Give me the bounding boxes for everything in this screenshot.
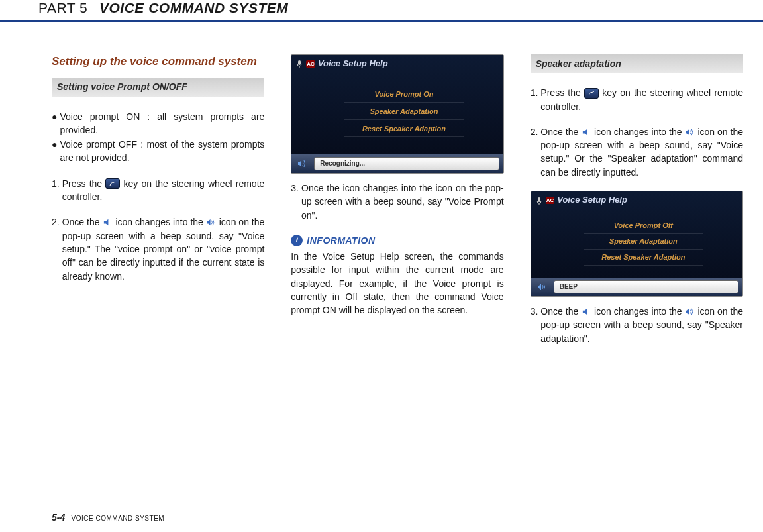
step-number: 3. (291, 182, 299, 222)
bullet-list: ● Voice prompt ON : all system prompts a… (52, 110, 264, 165)
step-3: 3. Once the icon changes into the icon o… (531, 305, 743, 345)
speaker-icon (102, 217, 113, 228)
page-number: 5-4 (52, 512, 65, 523)
column-3: Speaker adaptation 1. Press the key on t… (531, 54, 743, 357)
part-label: PART 5 (38, 0, 87, 15)
bullet-item: ● Voice prompt OFF : most of the system … (52, 138, 264, 165)
speaker-wave-icon (206, 217, 217, 228)
bullet-dot-icon: ● (52, 138, 57, 165)
menu-item: Voice Prompt Off (584, 221, 703, 234)
speaker-wave-icon (535, 280, 548, 293)
step-number: 1. (52, 177, 60, 204)
voice-setup-screenshot-2: AC Voice Setup Help Voice Prompt Off Spe… (531, 191, 743, 297)
text: Once the (540, 127, 581, 137)
voice-setup-screenshot-1: AC Voice Setup Help Voice Prompt On Spea… (291, 54, 503, 174)
step-number: 1. (531, 86, 538, 113)
text: icon changes into the (115, 217, 205, 227)
page-footer: 5-4 VOICE COMMAND SYSTEM (52, 512, 164, 523)
status-text: Recognizing... (314, 157, 499, 171)
step-1: 1. Press the key on the steering wheel r… (52, 177, 264, 204)
step-3: 3. Once the icon changes into the icon o… (291, 182, 503, 222)
speaker-wave-icon (295, 157, 309, 170)
speaker-wave-icon (684, 127, 695, 137)
text: icon changes into the (594, 127, 684, 137)
step-number: 2. (52, 215, 60, 282)
bullet-text: Voice prompt ON : all system prompts are… (60, 110, 264, 137)
steering-key-icon (584, 88, 599, 99)
text: Press the (62, 178, 106, 189)
step-2: 2. Once the icon changes into the icon o… (531, 125, 743, 179)
mic-icon (295, 60, 303, 68)
steering-key-icon (105, 178, 120, 189)
step-number: 3. (531, 305, 538, 345)
information-header: i INFORMATION (291, 234, 503, 247)
step-text: Press the key on the steering wheel remo… (540, 86, 743, 113)
numbered-list: 1. Press the key on the steering wheel r… (531, 86, 743, 179)
step-text: Once the icon changes into the icon on t… (62, 215, 265, 282)
screenshot-title-text: Voice Setup Help (318, 58, 388, 70)
bullet-dot-icon: ● (52, 110, 57, 137)
screenshot-title-text: Voice Setup Help (557, 194, 627, 207)
numbered-list: 3. Once the icon changes into the icon o… (531, 305, 743, 345)
menu-item: Reset Speaker Adaption (344, 124, 463, 137)
part-title: VOICE COMMAND SYSTEM (99, 0, 288, 15)
text: Press the (540, 87, 584, 98)
step-1: 1. Press the key on the steering wheel r… (531, 86, 743, 113)
text: Once the (540, 306, 581, 317)
step-text: Once the icon changes into the icon on t… (301, 182, 504, 222)
header-rule (0, 20, 763, 22)
numbered-list: 3. Once the icon changes into the icon o… (291, 182, 503, 222)
menu-item: Speaker Adaptation (344, 107, 463, 120)
column-1: Setting up the voice command system Sett… (52, 54, 264, 357)
menu-item: Speaker Adaptation (584, 237, 703, 250)
ac-badge: AC (306, 60, 315, 68)
svg-rect-0 (298, 60, 301, 65)
menu-item: Reset Speaker Adaption (584, 252, 703, 266)
information-body: In the Voice Setup Help screen, the comm… (291, 250, 503, 317)
subheader-speaker-adaptation: Speaker adaptation (531, 54, 743, 73)
text: Once the (62, 217, 103, 227)
step-2: 2. Once the icon changes into the icon o… (52, 215, 264, 282)
menu-item: Voice Prompt On (344, 89, 463, 103)
screenshot-footer: BEEP (531, 278, 742, 296)
bullet-item: ● Voice prompt ON : all system prompts a… (52, 110, 264, 137)
info-icon: i (291, 235, 303, 246)
subheader-prompt-onoff: Setting voice Prompt ON/OFF (52, 78, 264, 96)
speaker-icon (581, 306, 591, 317)
svg-rect-1 (538, 197, 540, 202)
speaker-wave-icon (684, 306, 695, 317)
screenshot-footer: Recognizing... (291, 154, 503, 173)
content-columns: Setting up the voice command system Sett… (52, 54, 743, 357)
status-text: BEEP (554, 280, 738, 294)
footer-title: VOICE COMMAND SYSTEM (72, 515, 165, 522)
step-text: Once the icon changes into the icon on t… (540, 305, 743, 345)
bullet-text: Voice prompt OFF : most of the system pr… (60, 138, 264, 165)
text: icon changes into the (594, 306, 684, 317)
screenshot-title: AC Voice Setup Help (295, 58, 387, 70)
column-2: AC Voice Setup Help Voice Prompt On Spea… (291, 54, 503, 357)
screenshot-title: AC Voice Setup Help (535, 194, 627, 207)
information-label: INFORMATION (307, 234, 375, 247)
step-text: Once the icon changes into the icon on t… (540, 125, 743, 179)
numbered-list: 1. Press the key on the steering wheel r… (52, 177, 264, 283)
speaker-icon (581, 127, 591, 137)
step-text: Press the key on the steering wheel remo… (62, 177, 265, 204)
ac-badge: AC (546, 197, 555, 205)
page-header: PART 5 VOICE COMMAND SYSTEM (0, 0, 763, 22)
section-title: Setting up the voice command system (52, 54, 264, 68)
step-number: 2. (531, 125, 538, 179)
mic-icon (535, 197, 543, 205)
